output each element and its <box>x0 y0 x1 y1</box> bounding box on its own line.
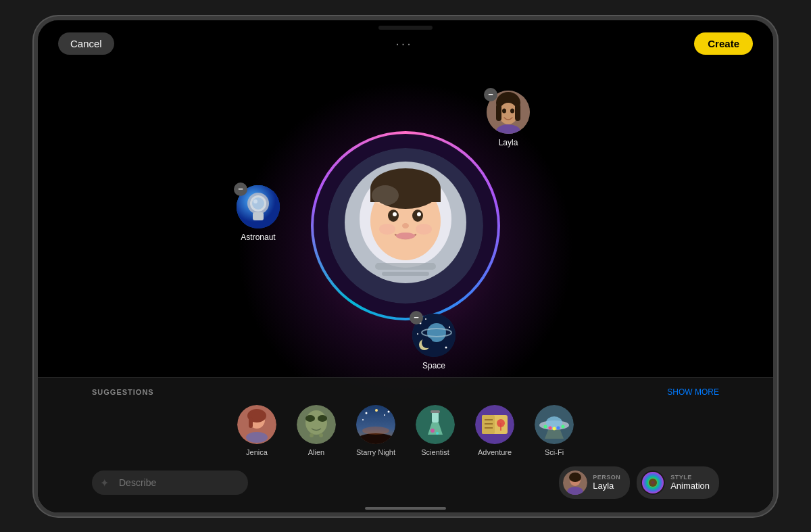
suggestion-alien[interactable]: Alien <box>297 405 336 456</box>
ring-outer <box>311 131 500 320</box>
floating-astronaut[interactable]: − <box>237 185 280 242</box>
svg-point-10 <box>402 223 409 228</box>
svg-point-11 <box>396 233 415 239</box>
svg-point-56 <box>384 414 385 416</box>
describe-input-wrapper: ✦ <box>92 470 552 495</box>
svg-point-40 <box>422 337 433 348</box>
suggestion-scifi[interactable]: Sci-Fi <box>535 405 574 456</box>
suggestion-jenica[interactable]: Jenica <box>237 405 276 456</box>
svg-point-55 <box>375 409 378 412</box>
space-label: Space <box>422 361 445 370</box>
svg-point-49 <box>318 415 327 422</box>
svg-rect-65 <box>431 410 440 413</box>
svg-point-14 <box>379 224 395 235</box>
side-button-left <box>34 115 35 149</box>
svg-rect-13 <box>382 272 429 276</box>
center-astronaut-preview <box>311 131 500 320</box>
svg-point-45 <box>246 432 268 443</box>
style-text: STYLE Animation <box>670 474 710 491</box>
svg-point-54 <box>365 412 367 414</box>
svg-point-64 <box>436 432 439 435</box>
suggestion-adventure[interactable]: Adventure <box>475 405 514 456</box>
home-indicator <box>365 507 446 510</box>
svg-point-28 <box>502 108 506 113</box>
svg-point-57 <box>362 419 364 420</box>
astronaut-label: Astronaut <box>241 233 275 242</box>
style-pill-button[interactable]: STYLE Animation <box>637 466 719 499</box>
svg-point-21 <box>253 199 257 203</box>
svg-point-60 <box>362 427 389 435</box>
svg-point-15 <box>416 224 432 235</box>
svg-point-47 <box>305 410 327 435</box>
svg-point-63 <box>431 429 435 433</box>
svg-rect-62 <box>432 412 439 422</box>
person-sublabel: PERSON <box>593 474 620 481</box>
create-button[interactable]: Create <box>694 32 753 55</box>
bottom-toolbar: ✦ PERSON Layla <box>38 461 773 512</box>
svg-point-88 <box>649 479 657 487</box>
suggestion-icon-scifi <box>535 405 574 444</box>
svg-point-16 <box>372 185 399 205</box>
style-value: Animation <box>670 481 710 491</box>
suggestion-label-starry-night: Starry Night <box>356 448 395 456</box>
svg-point-79 <box>553 427 556 430</box>
describe-input[interactable] <box>92 470 248 495</box>
svg-point-58 <box>387 410 389 412</box>
suggestion-starry-night[interactable]: Starry Night <box>356 405 395 456</box>
suggestions-label: SUGGESTIONS <box>92 388 154 396</box>
suggestion-label-scifi: Sci-Fi <box>545 448 564 456</box>
floating-space[interactable]: − <box>412 314 456 370</box>
suggestion-icon-alien <box>297 405 336 444</box>
svg-point-78 <box>549 426 552 429</box>
suggestion-label-jenica: Jenica <box>246 448 268 456</box>
svg-point-81 <box>562 425 565 428</box>
remove-astronaut-badge[interactable]: − <box>234 183 247 196</box>
svg-point-8 <box>393 212 397 216</box>
svg-point-77 <box>544 425 547 428</box>
svg-point-20 <box>252 197 264 210</box>
svg-rect-22 <box>253 212 264 220</box>
suggestions-row: Jenica Ali <box>38 402 773 461</box>
svg-rect-12 <box>375 263 436 270</box>
astronaut-face <box>328 148 483 304</box>
suggestion-icon-starry-night <box>356 405 395 444</box>
suggestion-label-alien: Alien <box>308 448 324 456</box>
side-button-right <box>776 128 777 183</box>
svg-point-48 <box>305 415 315 422</box>
svg-rect-27 <box>515 104 520 121</box>
suggestions-header: SUGGESTIONS SHOW MORE <box>38 378 773 402</box>
cancel-button[interactable]: Cancel <box>58 32 114 55</box>
svg-point-38 <box>449 327 450 328</box>
bottom-panel: SUGGESTIONS SHOW MORE Jeni <box>38 377 773 512</box>
svg-point-35 <box>425 318 426 320</box>
screen: Cancel ··· Create <box>38 20 773 512</box>
svg-point-76 <box>546 416 562 429</box>
show-more-button[interactable]: SHOW MORE <box>667 387 719 397</box>
suggestion-label-adventure: Adventure <box>478 448 512 456</box>
svg-point-25 <box>499 103 518 124</box>
svg-point-50 <box>310 433 314 437</box>
suggestion-icon-scientist <box>416 405 455 444</box>
person-text: PERSON Layla <box>593 474 620 491</box>
remove-layla-badge[interactable]: − <box>484 88 497 101</box>
floating-layla[interactable]: − <box>487 91 530 147</box>
ring-inner <box>314 134 497 318</box>
suggestion-label-scientist: Scientist <box>421 448 449 456</box>
suggestion-scientist[interactable]: Scientist <box>416 405 455 456</box>
remove-space-badge[interactable]: − <box>410 311 423 324</box>
svg-point-29 <box>510 108 514 113</box>
person-value: Layla <box>593 481 614 491</box>
style-icon <box>641 470 665 495</box>
device-frame: Cancel ··· Create <box>34 16 777 516</box>
svg-rect-44 <box>249 417 253 428</box>
person-pill-button[interactable]: PERSON Layla <box>559 466 630 499</box>
main-preview: − <box>38 74 773 377</box>
suggestion-icon-jenica <box>237 405 276 444</box>
more-options-button[interactable]: ··· <box>395 36 413 51</box>
svg-point-84 <box>569 473 581 482</box>
person-avatar <box>563 470 587 495</box>
layla-label: Layla <box>499 138 518 147</box>
top-bar: Cancel ··· Create <box>38 20 773 68</box>
suggestion-icon-adventure <box>475 405 514 444</box>
svg-rect-68 <box>482 415 495 434</box>
